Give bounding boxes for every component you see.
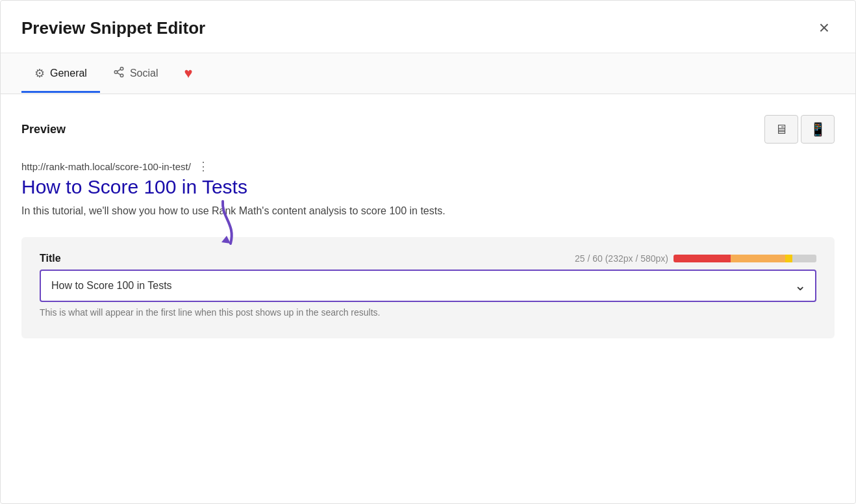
progress-gray-segment	[792, 255, 816, 262]
desktop-view-button[interactable]: 🖥	[764, 115, 798, 144]
title-counter: 25 / 60 (232px / 580px)	[575, 253, 816, 264]
serp-options-icon[interactable]: ⋮	[197, 159, 209, 173]
serp-preview: http://rank-math.local/score-100-in-test…	[21, 159, 835, 219]
main-content: Preview 🖥 📱 http://rank-math.local/score…	[1, 94, 855, 359]
progress-yellow-segment	[785, 255, 792, 262]
title-progress-bar	[673, 255, 816, 262]
title-field-row: Title 25 / 60 (232px / 580px) ⌄	[40, 253, 816, 318]
svg-line-3	[117, 73, 120, 75]
tab-general[interactable]: ⚙ General	[21, 55, 100, 93]
title-field-header: Title 25 / 60 (232px / 580px)	[40, 253, 816, 264]
dialog-header: Preview Snippet Editor ×	[1, 1, 855, 53]
fields-area: Title 25 / 60 (232px / 580px) ⌄	[21, 237, 835, 338]
desktop-icon: 🖥	[775, 122, 788, 137]
serp-title[interactable]: How to Score 100 in Tests	[21, 176, 835, 198]
mobile-icon: 📱	[810, 121, 826, 137]
title-field-label: Title	[40, 253, 61, 264]
dialog-title: Preview Snippet Editor	[21, 18, 205, 38]
arrow-indicator	[203, 198, 249, 253]
tab-social[interactable]: Social	[100, 55, 171, 93]
heart-icon: ♥	[184, 65, 193, 82]
mobile-view-button[interactable]: 📱	[801, 115, 835, 144]
device-buttons: 🖥 📱	[764, 115, 835, 144]
serp-url: http://rank-math.local/score-100-in-test…	[21, 161, 191, 172]
svg-marker-5	[221, 236, 231, 244]
preview-snippet-editor-dialog: Preview Snippet Editor × ⚙ General Socia…	[0, 0, 856, 504]
preview-header: Preview 🖥 📱	[21, 115, 835, 144]
progress-red-segment	[673, 255, 731, 262]
title-counter-text: 25 / 60 (232px / 580px)	[575, 253, 668, 264]
serp-url-row: http://rank-math.local/score-100-in-test…	[21, 159, 835, 173]
title-expand-button[interactable]: ⌄	[794, 277, 806, 294]
tab-heart[interactable]: ♥	[171, 53, 206, 94]
social-icon	[113, 66, 125, 81]
title-field-hint: This is what will appear in the first li…	[40, 307, 816, 318]
tab-social-label: Social	[130, 68, 158, 79]
title-input-wrapper: ⌄	[40, 270, 816, 302]
tab-general-label: General	[50, 68, 87, 79]
svg-line-4	[117, 69, 120, 71]
serp-description: In this tutorial, we'll show you how to …	[21, 203, 606, 219]
title-input[interactable]	[40, 270, 816, 302]
preview-label: Preview	[21, 123, 66, 136]
tabs-bar: ⚙ General Social ♥	[1, 53, 855, 94]
close-button[interactable]: ×	[814, 16, 835, 40]
gear-icon: ⚙	[34, 66, 45, 81]
progress-orange-segment	[731, 255, 785, 262]
